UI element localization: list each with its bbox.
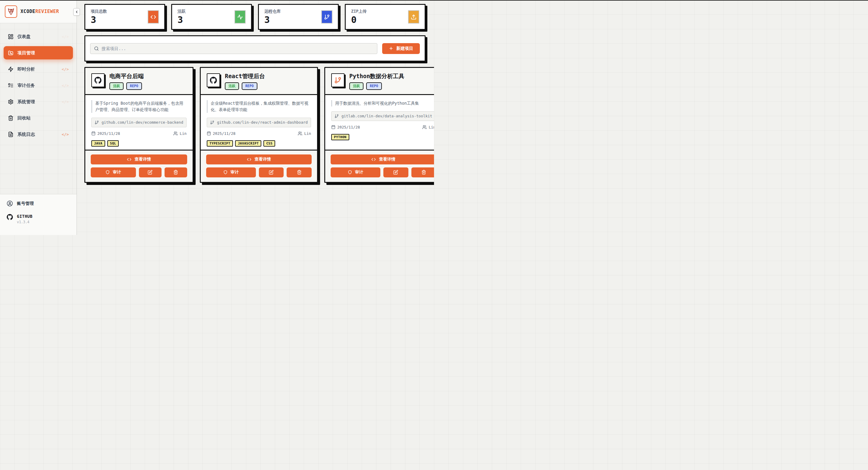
edit-icon (393, 170, 398, 175)
project-card: Python数据分析工具 活跃 REPO 用于数据清洗、分析和可视化的Pytho… (324, 67, 434, 183)
repo-url: gitlab.com/lin-dev/data-analysis-toolkit (341, 114, 432, 118)
code-icon (247, 157, 251, 162)
file-text-icon (8, 131, 13, 137)
github-icon (207, 73, 220, 87)
project-card: 电商平台后端 活跃 REPO 基于Spring Boot的电商平台后端服务，包含… (84, 67, 193, 183)
main-content: 项目总数 3 活跃 3 远程仓库 3 ZIP上传 0 (77, 0, 434, 183)
search-box (90, 43, 377, 54)
tag-row: TYPESCRIPT JAVASCRIPT CSS (207, 140, 311, 147)
project-card-header: Python数据分析工具 活跃 REPO (325, 68, 434, 95)
app-logo (5, 5, 17, 18)
shield-icon (348, 170, 352, 174)
sidebar-item-label: 系统日志 (18, 131, 35, 137)
tag-row: PYTHON (331, 134, 434, 140)
delete-button[interactable] (411, 168, 434, 177)
delete-button[interactable] (164, 168, 187, 177)
view-details-button[interactable]: 查看详情 (331, 154, 434, 165)
delete-button[interactable] (287, 168, 312, 177)
users-icon (422, 125, 427, 129)
sidebar-item-projects[interactable]: 项目管理 </> (4, 46, 73, 59)
new-project-button[interactable]: 新建项目 (382, 43, 420, 54)
project-owner-text: Lin (304, 131, 311, 136)
stat-card-total-projects: 项目总数 3 (84, 4, 165, 30)
project-card-body: 基于Spring Boot的电商平台后端服务，包含用户管理、商品管理、订单处理等… (85, 95, 193, 150)
sidebar-footer: 账号管理 GITHUB v1.3.4 (0, 194, 76, 235)
edit-button[interactable] (383, 168, 408, 177)
audit-label: 审计 (355, 170, 363, 175)
plus-icon (389, 46, 393, 51)
sidebar-item-audit-tasks[interactable]: 审计任务 </> (4, 79, 73, 92)
footer-actions: 审计 (331, 168, 434, 177)
sidebar-item-system-admin[interactable]: 系统管理 </> (4, 95, 73, 108)
github-brand: GITHUB (17, 214, 33, 219)
sidebar-item-label: 仪表盘 (18, 34, 31, 39)
app-title-part2: REVIEWER (35, 9, 59, 14)
upload-icon (408, 10, 419, 24)
chevron-left-icon (75, 10, 79, 14)
project-head-text: React管理后台 活跃 REPO (225, 73, 265, 90)
app-title-part1: XCODE (21, 9, 35, 14)
footer-actions: 审计 (91, 168, 187, 177)
sidebar-collapse-button[interactable] (73, 8, 80, 16)
search-input[interactable] (101, 46, 373, 51)
project-title: React管理后台 (225, 73, 265, 80)
shield-icon (105, 170, 110, 174)
view-details-button[interactable]: 查看详情 (91, 154, 187, 165)
badge-row: 活跃 REPO (349, 82, 404, 90)
edit-button[interactable] (259, 168, 284, 177)
view-details-label: 查看详情 (379, 156, 395, 162)
project-date-text: 2025/11/28 (337, 125, 360, 129)
project-meta: 2025/11/28 Lin (331, 125, 434, 129)
activity-icon (235, 10, 246, 24)
code-icon (127, 157, 131, 162)
language-tag: SQL (107, 140, 119, 147)
fox-logo-icon (7, 7, 15, 16)
project-card-footer: 查看详情 审计 (85, 150, 193, 182)
edit-button[interactable] (139, 168, 161, 177)
sidebar-item-account[interactable]: 账号管理 (7, 200, 70, 207)
audit-button[interactable]: 审计 (206, 168, 256, 177)
audit-button[interactable]: 审计 (91, 168, 136, 177)
git-branch-icon (95, 120, 99, 125)
zap-icon (8, 66, 13, 72)
project-head-text: 电商平台后端 活跃 REPO (110, 73, 144, 90)
app-title: XCODEREVIEWER (21, 9, 59, 14)
users-icon (298, 131, 302, 136)
tag-row: JAVA SQL (91, 140, 187, 147)
list-todo-icon (8, 83, 13, 88)
trash-icon (297, 170, 302, 175)
user-circle-icon (7, 200, 13, 207)
gear-icon (8, 99, 13, 105)
view-details-button[interactable]: 查看详情 (206, 154, 312, 165)
code-deco: </> (62, 83, 69, 88)
git-branch-icon (335, 114, 339, 118)
edit-icon (269, 170, 274, 175)
sidebar-item-label: 即时分析 (18, 66, 35, 72)
sidebar-item-instant-analysis[interactable]: 即时分析 </> (4, 62, 73, 76)
sidebar-item-dashboard[interactable]: 仪表盘 </> (4, 30, 73, 43)
code-deco: </> (62, 34, 69, 39)
git-branch-icon (321, 10, 333, 24)
calendar-icon (91, 131, 96, 136)
type-badge: REPO (366, 82, 382, 90)
project-meta: 2025/11/28 Lin (91, 131, 187, 136)
project-grid: 电商平台后端 活跃 REPO 基于Spring Boot的电商平台后端服务，包含… (84, 67, 426, 183)
status-badge: 活跃 (110, 82, 124, 90)
code-icon (148, 10, 159, 24)
repo-url: github.com/lin-dev/ecommerce-backend (101, 120, 183, 125)
sidebar-logo-row: XCODEREVIEWER (0, 0, 76, 23)
project-head-text: Python数据分析工具 活跃 REPO (349, 73, 404, 90)
audit-label: 审计 (113, 170, 121, 175)
project-date: 2025/11/28 (331, 125, 360, 129)
code-deco: </> (62, 99, 69, 104)
project-description: 基于Spring Boot的电商平台后端服务，包含用户管理、商品管理、订单处理等… (91, 100, 187, 113)
view-details-label: 查看详情 (134, 156, 151, 162)
project-description: 用于数据清洗、分析和可视化的Python工具集 (331, 100, 434, 107)
audit-button[interactable]: 审计 (331, 168, 380, 177)
sidebar-item-system-logs[interactable]: 系统日志 </> (4, 127, 73, 141)
github-text: GITHUB v1.3.4 (17, 214, 33, 224)
github-icon (91, 73, 104, 87)
project-owner-text: Lin (180, 131, 187, 136)
sidebar-item-recycle-bin[interactable]: 回收站 </> (4, 111, 73, 125)
project-owner: Lin (298, 131, 311, 136)
